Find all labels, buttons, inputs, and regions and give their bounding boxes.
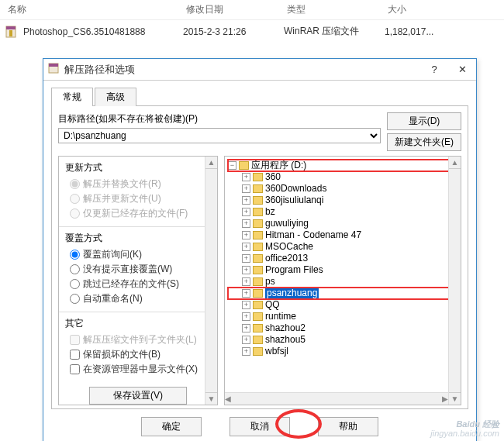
ok-button[interactable]: 确定 xyxy=(141,417,202,436)
file-row[interactable]: Photoshop_CS6.3510481888 2015-2-3 21:26 … xyxy=(0,20,504,43)
svg-rect-4 xyxy=(49,64,58,67)
drive-icon xyxy=(239,161,249,170)
folder-icon xyxy=(253,184,263,193)
show-button[interactable]: 显示(D) xyxy=(387,112,461,130)
folder-icon xyxy=(253,347,263,356)
tree-item[interactable]: +bz xyxy=(228,206,459,218)
options-panel: 更新方式 解压并替换文件(R) 解压并更新文件(U) 仅更新已经存在的文件(F)… xyxy=(58,156,218,405)
folder-icon xyxy=(253,219,263,228)
opt-extract-update: 解压并更新文件(U) xyxy=(70,192,203,205)
path-select[interactable]: D:\psanzhuang xyxy=(58,128,381,143)
rar-file-icon xyxy=(5,26,19,38)
tree-item[interactable]: +360Downloads xyxy=(228,183,459,195)
tree-root[interactable]: −应用程序 (D:) xyxy=(228,160,459,171)
tree-item[interactable]: +office2013 xyxy=(228,253,459,264)
opt-update-existing: 仅更新已经存在的文件(F) xyxy=(70,207,203,220)
opt-keep-broken[interactable]: 保留损坏的文件(B) xyxy=(70,348,203,361)
col-name[interactable]: 名称 xyxy=(8,3,186,16)
folder-icon xyxy=(253,243,263,251)
help-button[interactable]: ? xyxy=(420,59,448,81)
svg-rect-1 xyxy=(6,26,16,29)
rar-app-icon xyxy=(48,63,60,76)
section-update-title: 更新方式 xyxy=(65,161,203,174)
folder-icon xyxy=(253,289,263,298)
tree-item[interactable]: +ps xyxy=(228,276,459,288)
file-type: WinRAR 压缩文件 xyxy=(284,25,385,38)
tree-item[interactable]: +runtime xyxy=(228,311,459,322)
cancel-button[interactable]: 取消 xyxy=(230,417,290,436)
folder-icon xyxy=(253,336,263,344)
tree-item[interactable]: +QQ xyxy=(228,299,459,311)
folder-icon xyxy=(253,173,263,181)
opt-extract-replace: 解压并替换文件(R) xyxy=(70,177,203,191)
folder-icon xyxy=(253,231,263,239)
tree-item[interactable]: +psanzhuang xyxy=(228,288,459,299)
opt-show-in-explorer[interactable]: 在资源管理器中显示文件(X) xyxy=(70,363,203,376)
folder-tree[interactable]: −应用程序 (D:)+360+360Downloads+360jisuliula… xyxy=(224,156,461,405)
tree-item[interactable]: +guwuliying xyxy=(228,218,459,229)
folder-icon xyxy=(253,196,263,205)
tree-item[interactable]: +wbfsjl xyxy=(228,346,459,357)
tree-item[interactable]: +360 xyxy=(228,171,459,183)
tree-item[interactable]: +shazhou2 xyxy=(228,322,459,334)
folder-icon xyxy=(253,324,263,332)
extract-path-dialog: 解压路径和选项 ? ✕ 常规 高级 目标路径(如果不存在将被创建)(P) D:\… xyxy=(43,58,477,441)
folder-icon xyxy=(253,301,263,309)
tab-general[interactable]: 常规 xyxy=(51,88,93,106)
tree-item[interactable]: +Program Files xyxy=(228,264,459,276)
tree-item[interactable]: +MSOCache xyxy=(228,241,459,253)
file-list-header: 名称 修改日期 类型 大小 xyxy=(0,0,504,20)
folder-icon xyxy=(253,312,263,321)
dialog-footer: 确定 取消 帮助 xyxy=(51,409,468,441)
tab-advanced[interactable]: 高级 xyxy=(95,88,136,106)
options-scrollbar[interactable]: ▲▼ xyxy=(205,157,217,405)
newfolder-button[interactable]: 新建文件夹(E) xyxy=(387,133,461,151)
svg-rect-2 xyxy=(9,30,12,36)
col-date[interactable]: 修改日期 xyxy=(186,3,287,16)
close-icon: ✕ xyxy=(458,64,467,75)
tree-hscrollbar[interactable]: ◀▶ xyxy=(225,392,448,405)
file-date: 2015-2-3 21:26 xyxy=(183,26,284,37)
opt-no-prompt-overwrite[interactable]: 没有提示直接覆盖(W) xyxy=(70,263,203,276)
save-settings-button[interactable]: 保存设置(V) xyxy=(89,387,187,405)
opt-skip-existing[interactable]: 跳过已经存在的文件(S) xyxy=(70,277,203,291)
dialog-title: 解压路径和选项 xyxy=(64,63,135,77)
path-label: 目标路径(如果不存在将被创建)(P) xyxy=(58,112,381,126)
tab-panel-general: 目标路径(如果不存在将被创建)(P) D:\psanzhuang 显示(D) 新… xyxy=(51,105,468,409)
watermark: Baidu 经验 jingyan.baidu.com xyxy=(430,419,499,438)
folder-icon xyxy=(253,254,263,263)
tabs: 常规 高级 xyxy=(51,87,468,105)
tree-item[interactable]: +shazhou5 xyxy=(228,334,459,346)
tree-item[interactable]: +Hitman - Codename 47 xyxy=(228,229,459,241)
folder-icon xyxy=(253,266,263,274)
tree-item[interactable]: +360jisuliulanqi xyxy=(228,195,459,206)
tree-vscrollbar[interactable]: ▲▼ xyxy=(448,157,461,405)
opt-ask-overwrite[interactable]: 覆盖前询问(K) xyxy=(70,248,203,261)
col-type[interactable]: 类型 xyxy=(287,3,388,16)
section-overwrite-title: 覆盖方式 xyxy=(65,232,203,245)
folder-icon xyxy=(253,277,263,286)
opt-subfolder: 解压压缩文件到子文件夹(L) xyxy=(70,333,203,346)
folder-icon xyxy=(253,208,263,216)
opt-auto-rename[interactable]: 自动重命名(N) xyxy=(70,292,203,305)
file-size: 1,182,017... xyxy=(385,26,454,37)
help-button-footer[interactable]: 帮助 xyxy=(318,417,378,436)
col-size[interactable]: 大小 xyxy=(388,3,457,16)
help-icon: ? xyxy=(431,64,437,75)
section-other-title: 其它 xyxy=(65,317,203,330)
file-name: Photoshop_CS6.3510481888 xyxy=(23,26,183,37)
titlebar[interactable]: 解压路径和选项 ? ✕ xyxy=(43,59,476,81)
close-button[interactable]: ✕ xyxy=(448,59,476,81)
